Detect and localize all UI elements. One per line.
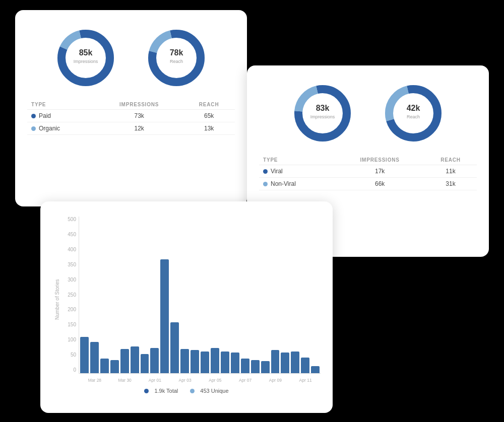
svg-text:83k: 83k [316,104,330,112]
bar-col [291,351,299,373]
donut2-wrap: 78k Reach [144,25,209,91]
bar-col [281,353,289,373]
card2-table: TYPE IMPRESSIONS REACH Viral 17k 11k Non… [259,155,477,190]
bar [221,351,229,373]
card2-donut2-wrap: 42k Reach [381,81,446,146]
card2-donuts-row: 83k Impressions 42k Reach [259,81,477,146]
svg-text:Reach: Reach [170,59,183,64]
bar [271,350,280,373]
dot-nonviral [263,182,268,186]
bar-col [211,348,219,373]
bar-col [90,342,99,373]
bar [160,259,169,373]
bar [291,351,299,373]
donut2-svg: 78k Reach [144,25,209,91]
table-row: Paid 73k 65k [27,110,235,122]
bar-col [241,359,249,373]
col-reach: REACH [424,155,477,165]
card-page-shares: Number of Stories 0 50 100 150 200 250 3… [40,201,333,413]
bar-col [141,354,149,373]
bar [100,359,109,373]
table-row: Organic 12k 13k [27,122,235,135]
svg-text:Impressions: Impressions [74,59,98,64]
y-axis-label: Number of Stories [52,217,60,383]
svg-text:78k: 78k [170,48,183,57]
bar-col [301,358,309,373]
bar-col [120,349,129,373]
x-label: Apr 11 [290,378,321,383]
bar-col [261,361,270,373]
x-label: Apr 01 [140,378,170,383]
svg-text:42k: 42k [407,104,420,112]
col-impressions: IMPRESSIONS [95,100,183,110]
bar-col [311,366,320,373]
bar-col [191,350,199,373]
card2-donut1-wrap: 83k Impressions [290,81,355,146]
bar-col [110,360,119,373]
bars-and-xaxis: Mar 28Mar 30Apr 01Apr 03Apr 05Apr 07Apr … [79,217,321,383]
bar-col [160,259,169,373]
bar [241,359,249,373]
bar [150,348,159,373]
bar-col [170,322,179,373]
bar [191,350,199,373]
bar [311,366,320,373]
bar-col [131,346,139,373]
bar [131,346,139,373]
bar [170,322,179,373]
svg-text:85k: 85k [79,48,93,57]
bar-col [80,337,89,373]
dot-unique [190,389,195,393]
legend-unique: 453 Unique [190,388,228,394]
legend-total-label: 1.9k Total [154,388,178,394]
svg-text:Impressions: Impressions [310,114,335,119]
table-row: Viral 17k 11k [259,165,477,178]
bar [261,361,270,373]
x-label: Apr 03 [170,378,200,383]
bar-col [231,353,239,373]
bar [301,358,309,373]
bar-chart-container: Number of Stories 0 50 100 150 200 250 3… [52,217,321,383]
col-type: TYPE [259,155,335,165]
donut1-svg: 85k Impressions [53,25,118,91]
bar [211,348,219,373]
table-row: Non-Viral 66k 31k [259,178,477,190]
x-axis: Mar 28Mar 30Apr 01Apr 03Apr 05Apr 07Apr … [79,376,321,383]
y-axis: 0 50 100 150 200 250 300 350 400 450 500 [60,217,79,383]
dot-paid [31,114,36,118]
bar-col [100,359,109,373]
card2-donut2-svg: 42k Reach [381,81,446,146]
bar-col [201,351,209,373]
col-impressions: IMPRESSIONS [335,155,424,165]
bar [180,349,189,373]
bar [251,360,260,373]
bar [110,360,119,373]
dot-organic [31,126,36,131]
dot-total [144,389,149,393]
x-label: Apr 07 [230,378,261,383]
svg-text:Reach: Reach [407,114,420,119]
donut1-wrap: 85k Impressions [53,25,118,91]
chart-legend: 1.9k Total 453 Unique [52,388,321,394]
col-type: TYPE [27,100,95,110]
bars-area [79,217,321,374]
x-label: Mar 28 [80,378,110,383]
legend-total: 1.9k Total [144,388,178,394]
bar-col [251,360,260,373]
bar [80,337,89,373]
card2-donut1-svg: 83k Impressions [290,81,355,146]
bar-col [271,350,280,373]
bar-col [221,351,229,373]
x-label: Apr 05 [200,378,230,383]
dot-viral [263,169,268,174]
col-reach: REACH [183,100,235,110]
x-label: Mar 30 [110,378,140,383]
bar [120,349,129,373]
card-organic-paid: 85k Impressions 78k Reach TYPE IMPRESSIO… [15,10,247,206]
card1-donuts-row: 85k Impressions 78k Reach [27,25,235,91]
bar-col [150,348,159,373]
bar-col [180,349,189,373]
bar [281,353,289,373]
x-label: Apr 09 [261,378,291,383]
legend-unique-label: 453 Unique [200,388,228,394]
